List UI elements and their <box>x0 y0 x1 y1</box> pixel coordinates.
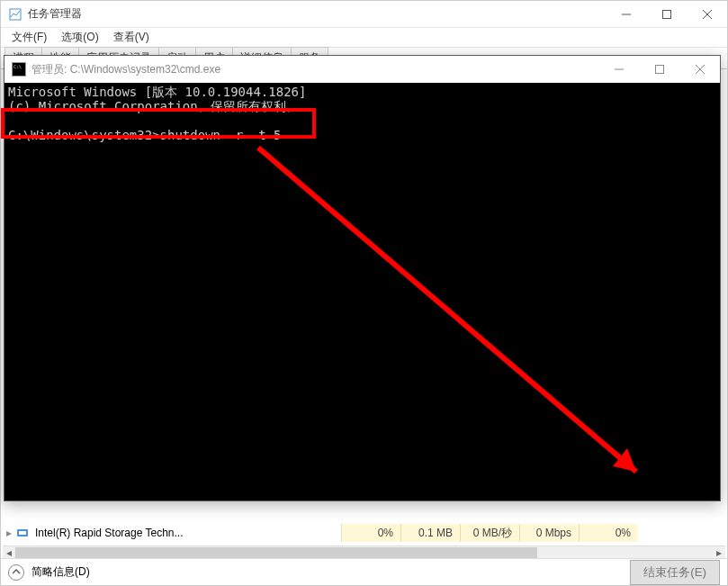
svg-rect-2 <box>662 10 670 18</box>
annotation-arrow <box>249 139 663 499</box>
scrollbar-thumb[interactable] <box>15 547 537 558</box>
svg-rect-6 <box>19 531 26 535</box>
cmd-output-line1: Microsoft Windows [版本 10.0.19044.1826] <box>8 85 306 99</box>
minimize-button[interactable] <box>606 1 646 28</box>
close-button[interactable] <box>687 1 727 28</box>
svg-marker-12 <box>613 448 636 472</box>
cell-disk: 0 MB/秒 <box>460 524 519 542</box>
cell-gpu: 0% <box>579 524 638 542</box>
cmd-title: 管理员: C:\Windows\system32\cmd.exe <box>31 62 598 77</box>
menu-options[interactable]: 选项(O) <box>54 28 105 47</box>
cmd-minimize-button[interactable] <box>598 56 639 83</box>
svg-line-11 <box>258 148 636 472</box>
task-manager-icon <box>8 7 22 22</box>
process-name: Intel(R) Rapid Storage Techn... <box>35 527 341 539</box>
cmd-output-line2: (c) Microsoft Corporation。保留所有权利。 <box>8 99 299 113</box>
svg-rect-8 <box>655 66 663 74</box>
metric-cells: 0% 0.1 MB 0 MB/秒 0 Mbps 0% <box>341 524 638 542</box>
cmd-window-controls <box>598 56 720 83</box>
cmd-terminal[interactable]: Microsoft Windows [版本 10.0.19044.1826] (… <box>4 83 720 500</box>
maximize-button[interactable] <box>646 1 687 28</box>
menu-file[interactable]: 文件(F) <box>4 28 54 47</box>
end-task-button[interactable]: 结束任务(E) <box>630 560 720 585</box>
cmd-titlebar[interactable]: 管理员: C:\Windows\system32\cmd.exe <box>4 56 720 83</box>
process-list: ▸ Intel(R) Rapid Storage Techn... 0% 0.1… <box>3 524 725 545</box>
brief-info-link[interactable]: 简略信息(D) <box>31 564 90 580</box>
cmd-icon <box>12 62 26 77</box>
task-manager-titlebar[interactable]: 任务管理器 <box>1 1 727 28</box>
cmd-close-button[interactable] <box>679 56 720 83</box>
menu-view[interactable]: 查看(V) <box>106 28 157 47</box>
task-manager-title: 任务管理器 <box>28 6 82 22</box>
cmd-window: 管理员: C:\Windows\system32\cmd.exe Microso… <box>4 55 721 501</box>
scroll-right-icon[interactable]: ▸ <box>713 546 725 559</box>
process-icon <box>15 526 30 540</box>
horizontal-scrollbar[interactable]: ◂ ▸ <box>3 545 725 558</box>
footer: 简略信息(D) 结束任务(E) <box>1 558 727 585</box>
cmd-maximize-button[interactable] <box>639 56 679 83</box>
cell-cpu: 0% <box>341 524 400 542</box>
scroll-left-icon[interactable]: ◂ <box>3 546 15 559</box>
window-controls <box>606 1 727 28</box>
collapse-icon[interactable] <box>8 564 24 581</box>
cell-memory: 0.1 MB <box>400 524 460 542</box>
cmd-prompt-line: C:\Windows\system32>shutdown -r -t 5 <box>8 128 281 142</box>
cell-network: 0 Mbps <box>519 524 579 542</box>
menubar: 文件(F) 选项(O) 查看(V) <box>1 28 727 48</box>
process-row[interactable]: ▸ Intel(R) Rapid Storage Techn... 0% 0.1… <box>3 524 725 542</box>
expand-icon[interactable]: ▸ <box>3 527 15 539</box>
